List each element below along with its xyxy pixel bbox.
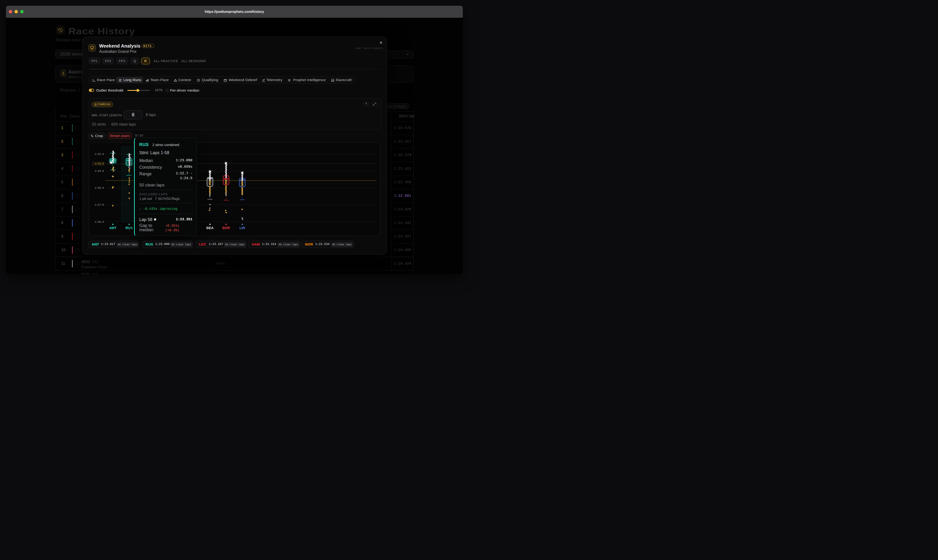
svg-text:BEA: BEA (207, 226, 214, 230)
svg-text:1:24.0: 1:24.0 (95, 169, 104, 172)
svg-text:1:23.3: 1:23.3 (95, 162, 104, 165)
svg-text:1:28.5: 1:28.5 (95, 220, 104, 223)
svg-text:BOR: BOR (222, 226, 230, 230)
svg-text:LIN: LIN (239, 226, 245, 230)
svg-text:1:25.5: 1:25.5 (95, 186, 104, 189)
svg-text:1:27.0: 1:27.0 (95, 203, 104, 206)
svg-text:RUS: RUS (125, 226, 133, 230)
svg-text:ANT: ANT (109, 226, 116, 230)
svg-text:1:22.5: 1:22.5 (95, 153, 104, 155)
